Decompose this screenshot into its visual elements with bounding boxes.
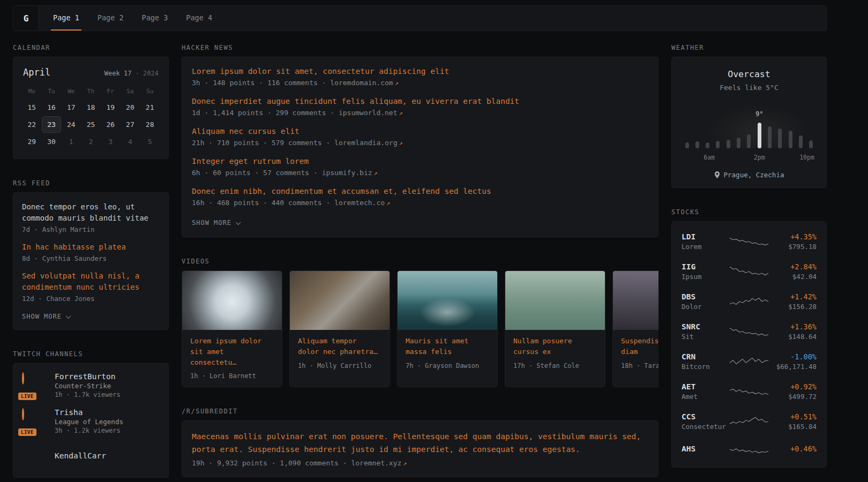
calendar-dow: Th — [81, 84, 101, 99]
rss-item: Donec tempor eros leo, ut commodo mauris… — [22, 201, 160, 234]
weather-time-label: 10pm — [799, 154, 814, 161]
stock-sparkline — [730, 355, 768, 368]
calendar-dow: We — [61, 84, 81, 99]
stock-price: $165.84 — [768, 423, 817, 431]
stock-row[interactable]: AETAmet +0.92%$499.72 — [682, 376, 817, 406]
stock-id: CRNBitcorn — [682, 352, 730, 371]
channel-name: ForrestBurton — [55, 372, 121, 381]
twitch-channel-row[interactable]: LIVE ForrestBurton Counter-Strike 1h · 1… — [22, 372, 160, 398]
reddit-post-title[interactable]: Maecenas mollis pulvinar erat non posuer… — [192, 431, 648, 455]
rss-item-title[interactable]: Donec tempor eros leo, ut commodo mauris… — [22, 201, 160, 224]
stock-row[interactable]: SNRCSit +1.36%$148.64 — [682, 317, 817, 347]
reddit-post: Maecenas mollis pulvinar erat non posuer… — [192, 431, 648, 466]
video-body: Suspendisse diam 18h · Tara — [613, 330, 659, 376]
stock-price: $66,171.48 — [768, 363, 817, 371]
stock-name: Ipsum — [682, 273, 730, 281]
hn-item-meta-text: 1d · 1,414 points · 299 comments · — [192, 109, 339, 117]
video-card[interactable]: Aliquam tempor dolor nec pharetra… 1h · … — [289, 270, 390, 387]
hn-item-meta: 1d · 1,414 points · 299 comments · ipsum… — [192, 109, 648, 117]
hn-item-domain: ipsumify.biz — [322, 169, 372, 177]
weather-hourly-chart: 9° — [685, 107, 813, 148]
weather-bar-column — [799, 135, 803, 148]
weather-time-label: 2pm — [754, 154, 765, 161]
stock-name: Amet — [682, 393, 730, 401]
tab-page-1[interactable]: Page 1 — [51, 6, 81, 31]
calendar-day: 28 — [140, 116, 160, 133]
video-title: Nullam posuere cursus ex — [513, 336, 597, 358]
stock-row[interactable]: CRNBitcorn -1.00%$66,171.48 — [682, 347, 817, 376]
hn-item-title[interactable]: Donec imperdiet augue tincidunt felis al… — [192, 97, 648, 106]
hn-item-domain-link[interactable]: ipsumify.biz↗ — [322, 169, 378, 177]
calendar-dow: Tu — [42, 84, 62, 99]
stock-name: Lorem — [682, 243, 730, 251]
show-more-button[interactable]: SHOW MORE — [192, 219, 240, 227]
channel-avatar-image — [22, 408, 24, 420]
avatar: LIVE — [22, 373, 47, 398]
calendar-day: 15 — [22, 99, 42, 116]
hn-item-domain-link[interactable]: loremdomain.com↗ — [330, 79, 399, 87]
stock-price: $156.28 — [768, 303, 817, 311]
video-card[interactable]: Lorem ipsum dolor sit amet consectetu… 1… — [182, 270, 282, 387]
hn-item-title[interactable]: Integer eget rutrum lorem — [192, 157, 648, 165]
live-badge: LIVE — [18, 428, 36, 436]
twitch-channel-row[interactable]: LIVE Trisha League of Legends 3h · 1.2k … — [22, 408, 160, 434]
middle-column: HACKER NEWS Lorem ipsum dolor sit amet, … — [182, 44, 659, 482]
video-meta: 7h · Grayson Dawson — [406, 362, 489, 370]
weather-bar — [778, 129, 782, 148]
stock-row[interactable]: AHS +0.46% — [682, 436, 817, 462]
show-more-button[interactable]: SHOW MORE — [22, 313, 70, 320]
hn-item-title[interactable]: Aliquam nec cursus elit — [192, 127, 648, 135]
stock-values: +1.42%$156.28 — [768, 292, 817, 311]
rss-card: Donec tempor eros leo, ut commodo mauris… — [13, 192, 169, 330]
video-card[interactable]: Mauris sit amet massa felis 7h · Grayson… — [397, 270, 498, 387]
twitch-channel-row[interactable]: LIVE KendallCarr — [22, 444, 160, 469]
external-link-icon: ↗ — [399, 109, 403, 117]
stock-symbol: DBS — [682, 292, 730, 301]
stock-row[interactable]: IIGIpsum +2.84%$42.04 — [682, 257, 817, 287]
hn-item-meta-text: 16h · 468 points · 440 comments · — [192, 199, 334, 207]
hn-item-meta-text: 6h · 60 points · 57 comments · — [192, 169, 322, 177]
video-card[interactable]: Nullam posuere cursus ex 17h · Stefan Co… — [505, 270, 605, 387]
rss-item-title[interactable]: In hac habitasse platea — [22, 242, 160, 253]
stock-row[interactable]: CCSConsectetur +0.51%$165.84 — [682, 406, 817, 436]
calendar-week-label: Week 172024 — [104, 70, 159, 77]
weather-bar — [685, 142, 689, 148]
tab-page-3[interactable]: Page 3 — [140, 6, 170, 31]
video-meta: 18h · Tara — [621, 362, 659, 370]
tab-page-2[interactable]: Page 2 — [95, 6, 126, 31]
stock-id: SNRCSit — [682, 322, 730, 341]
section-header-calendar: CALENDAR — [13, 44, 169, 51]
rss-item-title[interactable]: Sed volutpat nulla nisl, a condimentum n… — [22, 270, 160, 293]
weather-bar-column — [788, 131, 792, 148]
reddit-post-domain-link[interactable]: loremnet.xyz↗ — [351, 459, 407, 467]
hackernews-widget: HACKER NEWS Lorem ipsum dolor sit amet, … — [182, 44, 659, 237]
video-card[interactable]: Suspendisse diam 18h · Tara — [612, 270, 659, 387]
video-meta: 1h · Molly Carrillo — [298, 362, 381, 370]
weather-bar-column — [706, 142, 710, 148]
calendar-day: 5 — [140, 133, 160, 150]
hn-item-title[interactable]: Lorem ipsum dolor sit amet, consectetur … — [192, 67, 648, 76]
show-more-label: SHOW MORE — [192, 219, 231, 227]
stock-row[interactable]: DBSDolor +1.42%$156.28 — [682, 287, 817, 317]
stock-row[interactable]: LDILorem +4.35%$795.18 — [682, 227, 817, 257]
weather-bar-column — [695, 141, 699, 148]
tab-page-4[interactable]: Page 4 — [184, 6, 214, 31]
stock-values: +0.92%$499.72 — [768, 382, 817, 401]
stock-change: -1.00% — [768, 352, 817, 361]
hn-item-domain-link[interactable]: loremtech.co↗ — [334, 199, 390, 207]
hn-item: Donec enim nibh, condimentum et accumsan… — [192, 187, 648, 207]
stock-name: Sit — [682, 333, 730, 341]
hn-item-domain-link[interactable]: ipsumworld.net↗ — [339, 109, 403, 117]
video-thumbnail — [398, 271, 497, 330]
hn-item-domain-link[interactable]: loremlandia.org↗ — [334, 139, 403, 147]
weather-time-axis: 6am 2pm 10pm — [685, 154, 813, 162]
stock-price: $42.04 — [768, 273, 817, 281]
video-meta: 1h · Lori Barnett — [190, 372, 274, 380]
calendar-month: April — [23, 67, 50, 78]
hn-item-title[interactable]: Donec enim nibh, condimentum et accumsan… — [192, 187, 648, 195]
video-meta: 17h · Stefan Cole — [513, 362, 597, 370]
stock-change: +0.51% — [768, 412, 817, 421]
reddit-post-domain: loremnet.xyz — [351, 459, 401, 467]
avatar: LIVE — [22, 409, 47, 434]
weather-bar-column — [778, 129, 782, 148]
